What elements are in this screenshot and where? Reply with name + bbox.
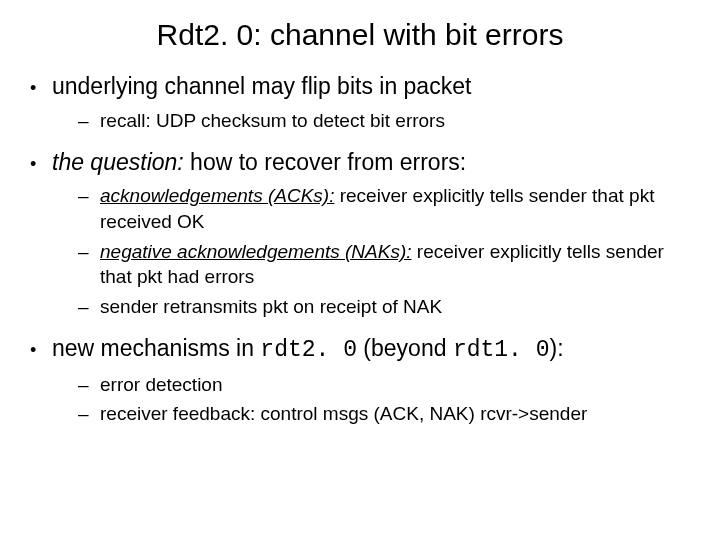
dash-icon: –: [78, 108, 100, 134]
post-text: ):: [550, 335, 564, 361]
term-text: negative acknowledgements (NAKs):: [100, 241, 412, 262]
sub-list: – acknowledgements (ACKs): receiver expl…: [30, 183, 696, 319]
pre-text: new mechanisms in: [52, 335, 260, 361]
sub-text: acknowledgements (ACKs): receiver explic…: [100, 183, 696, 234]
slide-title: Rdt2. 0: channel with bit errors: [24, 18, 696, 52]
dash-icon: –: [78, 401, 100, 427]
dash-icon: –: [78, 239, 100, 265]
bullet-text: the question: how to recover from errors…: [52, 148, 696, 178]
bullet-icon: •: [30, 72, 52, 100]
list-item: • new mechanisms in rdt2. 0 (beyond rdt1…: [30, 334, 696, 427]
dash-icon: –: [78, 294, 100, 320]
sub-text: receiver feedback: control msgs (ACK, NA…: [100, 401, 696, 427]
sub-item: – acknowledgements (ACKs): receiver expl…: [78, 183, 696, 234]
emph-text: the question:: [52, 149, 184, 175]
bullet-text: new mechanisms in rdt2. 0 (beyond rdt1. …: [52, 334, 696, 366]
sub-item: – receiver feedback: control msgs (ACK, …: [78, 401, 696, 427]
bullet-icon: •: [30, 148, 52, 176]
sub-item: – sender retransmits pkt on receipt of N…: [78, 294, 696, 320]
mid-text: (beyond: [357, 335, 453, 361]
dash-icon: –: [78, 372, 100, 398]
sub-text: recall: UDP checksum to detect bit error…: [100, 108, 696, 134]
list-item: • the question: how to recover from erro…: [30, 148, 696, 320]
sub-item: – negative acknowledgements (NAKs): rece…: [78, 239, 696, 290]
term-text: acknowledgements (ACKs):: [100, 185, 334, 206]
sub-text: sender retransmits pkt on receipt of NAK: [100, 294, 696, 320]
list-item: • underlying channel may flip bits in pa…: [30, 72, 696, 134]
sub-item: – recall: UDP checksum to detect bit err…: [78, 108, 696, 134]
sub-item: – error detection: [78, 372, 696, 398]
sub-text: negative acknowledgements (NAKs): receiv…: [100, 239, 696, 290]
bullet-text: underlying channel may flip bits in pack…: [52, 72, 696, 102]
sub-list: – recall: UDP checksum to detect bit err…: [30, 108, 696, 134]
dash-icon: –: [78, 183, 100, 209]
code-text: rdt2. 0: [260, 337, 357, 363]
sub-list: – error detection – receiver feedback: c…: [30, 372, 696, 427]
rest-text: how to recover from errors:: [184, 149, 466, 175]
code-text: rdt1. 0: [453, 337, 550, 363]
bullet-list: • underlying channel may flip bits in pa…: [24, 72, 696, 427]
bullet-icon: •: [30, 334, 52, 362]
sub-text: error detection: [100, 372, 696, 398]
